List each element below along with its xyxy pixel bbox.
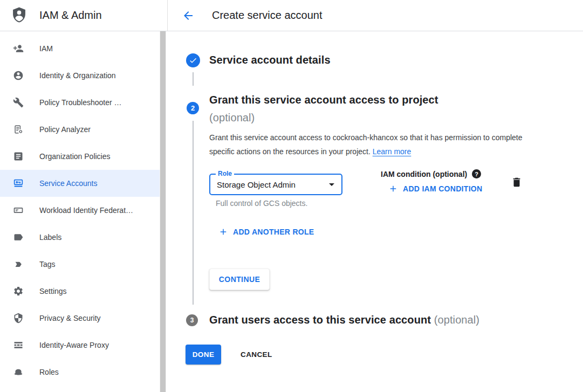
step1-title: Service account details [209, 54, 331, 66]
step2-title: Grant this service account access to pro… [209, 91, 438, 127]
sidebar-item-label: Roles [39, 368, 59, 376]
sidebar-item-label: Policy Troubleshooter … [39, 98, 122, 107]
proxy-grid-icon [13, 340, 24, 350]
step2-number-badge: 2 [187, 102, 199, 114]
sidebar-item-label: Organization Policies [39, 152, 111, 161]
question-circle-icon[interactable] [472, 169, 481, 178]
add-another-role-label: ADD ANOTHER ROLE [233, 228, 314, 236]
step-connector [193, 121, 194, 305]
sidebar-item-label: Tags [39, 260, 56, 269]
label-tag-icon [13, 232, 24, 243]
learn-more-link[interactable]: Learn more [373, 147, 411, 156]
sidebar-item-roles[interactable]: Roles [0, 359, 160, 386]
sidebar-item-label: IAM [39, 44, 53, 53]
app-title: IAM & Admin [39, 9, 102, 22]
shield-half-icon [13, 313, 24, 324]
badge-card-icon [13, 205, 24, 216]
step1-completed-check-icon [186, 53, 200, 67]
top-app-bar: IAM & Admin Create service account [0, 0, 583, 31]
done-button[interactable]: DONE [186, 345, 221, 365]
sidebar-item-label: Privacy & Security [39, 314, 101, 322]
create-service-account-panel: Service account details 2 Grant this ser… [167, 31, 583, 392]
page-title: Create service account [212, 9, 323, 22]
page-header: Create service account [167, 0, 583, 31]
role-helper-text: Full control of GCS objects. [216, 199, 307, 208]
sidebar-item-label: Settings [39, 287, 67, 295]
sidebar-item-labels[interactable]: Labels [0, 224, 160, 251]
sidebar-item-workload-identity-federation[interactable]: Workload Identity Federat… [0, 197, 160, 224]
product-header: IAM & Admin [0, 0, 167, 31]
role-selected-value: Storage Object Admin [217, 180, 296, 189]
add-another-role-button[interactable]: ADD ANOTHER ROLE [218, 227, 314, 237]
sidebar-item-label: Service Accounts [39, 179, 97, 188]
continue-button[interactable]: CONTINUE [209, 269, 270, 290]
sidebar-item-policy-troubleshooter[interactable]: Policy Troubleshooter … [0, 89, 160, 116]
step3-optional-label: (optional) [434, 314, 479, 326]
sidebar-item-iam[interactable]: IAM [0, 35, 160, 62]
plus-icon [218, 227, 228, 237]
wrench-icon [13, 97, 24, 108]
step2-optional-label: (optional) [209, 109, 438, 127]
step2-description-text: Grant this service account access to coc… [209, 133, 523, 156]
trash-icon [511, 176, 523, 188]
sidebar-item-identity-organization[interactable]: Identity & Organization [0, 62, 160, 89]
role-select[interactable]: Role Storage Object Admin [209, 174, 342, 195]
back-arrow-icon[interactable] [182, 9, 195, 22]
sidebar-item-label: Workload Identity Federat… [39, 206, 133, 215]
iam-condition-section: IAM condition (optional) ADD IAM CONDITI… [381, 169, 482, 194]
person-add-icon [13, 43, 24, 54]
sidebar-item-label: Labels [39, 233, 61, 242]
sidebar-item-identity-aware-proxy[interactable]: Identity-Aware Proxy [0, 332, 160, 359]
step3-title-text: Grant users access to this service accou… [209, 314, 431, 326]
iam-admin-shield-icon [11, 6, 28, 24]
plus-icon [388, 184, 398, 194]
hat-icon [13, 367, 24, 377]
account-circle-icon [13, 70, 24, 81]
sidebar-scrollbar-thumb[interactable] [160, 31, 166, 392]
add-iam-condition-label: ADD IAM CONDITION [403, 184, 482, 193]
dropdown-caret-icon [325, 178, 338, 191]
step2-description: Grant this service account access to coc… [209, 130, 532, 159]
sidebar-item-label: Identity-Aware Proxy [39, 341, 109, 349]
step3-optional-text: (optional) [434, 314, 479, 326]
step3-number-badge: 3 [186, 314, 198, 326]
step3-title: Grant users access to this service accou… [209, 314, 479, 326]
document-lines-icon [13, 151, 24, 162]
sidebar-item-settings[interactable]: Settings [0, 278, 160, 305]
step2-title-text: Grant this service account access to pro… [209, 94, 438, 106]
delete-role-button[interactable] [511, 176, 523, 188]
iam-condition-label: IAM condition (optional) [381, 170, 467, 178]
sidebar-item-label: Policy Analyzer [39, 125, 91, 134]
document-search-icon [13, 124, 24, 135]
iam-admin-sidebar: IAM Identity & Organization Policy Troub… [0, 31, 160, 392]
sidebar-item-organization-policies[interactable]: Organization Policies [0, 143, 160, 170]
sidebar-item-privacy-security[interactable]: Privacy & Security [0, 305, 160, 332]
sidebar-item-service-accounts[interactable]: Service Accounts [0, 170, 160, 197]
sidebar-item-tags[interactable]: Tags [0, 251, 160, 278]
sidebar-item-policy-analyzer[interactable]: Policy Analyzer [0, 116, 160, 143]
sidebar-item-label: Identity & Organization [39, 71, 116, 80]
gear-icon [13, 286, 24, 297]
cancel-button[interactable]: CANCEL [241, 345, 272, 365]
service-account-key-icon [13, 178, 24, 189]
add-iam-condition-button[interactable]: ADD IAM CONDITION [388, 184, 482, 194]
role-field-label: Role [216, 170, 234, 177]
step-connector [193, 72, 194, 86]
tag-arrow-icon [13, 259, 24, 270]
sidebar-scrollbar [160, 31, 166, 392]
